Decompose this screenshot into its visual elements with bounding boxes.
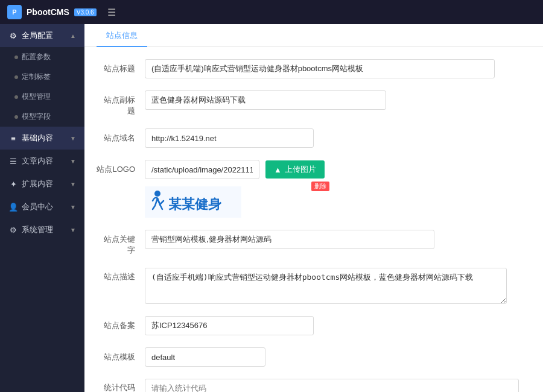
logo-icon: P [7,5,22,19]
form-row-site-subtitle: 站点副标题 [84,84,543,122]
sidebar-item-moxing-ziduan[interactable]: 模型字段 [0,107,84,127]
logo-preview-area: ▲ 上传图片 [145,160,325,218]
sidebar-section-wenzhaneirong: ☰ 文章内容 ▼ [0,150,84,172]
site-subtitle-control [145,90,525,110]
form-area: 站点标题 站点副标题 站点域名 站点LOGO [84,47,543,392]
main-content-area: 站点信息 站点标题 站点副标题 站点域名 [84,24,543,392]
arrow-icon: ▼ [70,204,76,210]
site-keywords-label: 站点关键字 [97,230,145,256]
site-subtitle-input[interactable] [145,90,386,110]
sidebar-section-huiyuan: 👤 会员中心 ▼ [0,195,84,218]
site-template-control [145,347,525,367]
site-domain-control [145,128,525,148]
stat-code-textarea[interactable] [145,379,519,392]
menu-toggle-icon[interactable]: ☰ [107,7,116,18]
logo-area: P PbootCMS V3.0.6 [7,5,97,19]
sidebar-jichuneirong-label: 基础内容 [22,133,53,144]
doc-icon: ☰ [8,157,18,166]
arrow-icon: ▼ [70,181,76,188]
site-desc-textarea[interactable] [145,268,507,304]
sidebar-huiyuan-label: 会员中心 [22,201,53,212]
site-template-input[interactable] [145,347,265,367]
sidebar-item-wenzhaneirong[interactable]: ☰ 文章内容 ▼ [0,150,84,172]
sidebar-section-quanju: ⚙ 全局配置 ▲ 配置参数 定制标签 模型管理 模型字段 [0,24,84,127]
site-logo-path-input[interactable] [145,160,259,179]
sidebar-xitong-label: 系统管理 [22,224,53,235]
sidebar-item-jichuneirong[interactable]: ≡ 基础内容 ▼ [0,127,84,150]
tab-zhanding-xinxi[interactable]: 站点信息 [97,24,147,47]
logo-svg: 某某健身 [147,188,240,217]
sidebar: ⚙ 全局配置 ▲ 配置参数 定制标签 模型管理 模型字段 [0,24,84,392]
site-keywords-input[interactable] [145,230,434,249]
settings-icon: ⚙ [8,226,18,235]
form-row-site-domain: 站点域名 [84,122,543,154]
user-icon: 👤 [8,203,18,212]
sidebar-label-moxing: 模型管理 [22,92,51,102]
sidebar-section-kuozhaneirong: ✦ 扩展内容 ▼ [0,172,84,195]
form-row-site-beian: 站点备案 [84,310,543,341]
form-row-site-template: 站点模板 [84,341,543,373]
upload-image-button[interactable]: ▲ 上传图片 [265,160,325,179]
sidebar-kuozhaneirong-label: 扩展内容 [22,179,53,189]
main-layout: ⚙ 全局配置 ▲ 配置参数 定制标签 模型管理 模型字段 [0,24,543,392]
site-logo-control: ▲ 上传图片 [145,160,525,218]
site-logo-label: 站点LOGO [97,160,145,175]
arrow-icon: ▼ [70,227,76,233]
site-title-input[interactable] [145,59,495,78]
sidebar-item-kuozhaneirong[interactable]: ✦ 扩展内容 ▼ [0,172,84,195]
sidebar-item-xitong[interactable]: ⚙ 系统管理 ▼ [0,218,84,241]
upload-btn-label: 上传图片 [285,164,316,175]
sidebar-item-peizhi-canshu[interactable]: 配置参数 [0,47,84,67]
sidebar-label-zidinbiao: 定制标签 [22,72,51,82]
logo-delete-btn[interactable]: 删除 [311,182,329,191]
site-domain-label: 站点域名 [97,128,145,144]
logo-input-row: ▲ 上传图片 [145,160,325,179]
dot-icon [14,95,18,99]
sidebar-label-peizhi: 配置参数 [22,52,51,62]
site-beian-input[interactable] [145,316,314,335]
arrow-down-icon: ▼ [70,135,76,142]
dot-icon [14,115,18,119]
dot-icon [14,55,18,59]
site-subtitle-label: 站点副标题 [97,90,145,116]
site-beian-control [145,316,525,335]
site-desc-label: 站点描述 [97,268,145,282]
sidebar-item-zidinbiao-qian[interactable]: 定制标签 [0,67,84,87]
logo-preview: 某某健身 删除 [145,186,325,218]
sidebar-wenzhaneirong-label: 文章内容 [22,156,53,166]
upload-icon: ▲ [274,165,282,174]
arrow-icon: ▼ [70,158,76,165]
sidebar-quanju-label: 全局配置 [22,30,53,41]
dot-icon [14,75,18,79]
site-keywords-control [145,230,525,249]
stat-code-label: 统计代码 [97,379,145,392]
site-title-label: 站点标题 [97,59,145,74]
site-template-label: 站点模板 [97,347,145,362]
sidebar-item-huiyuan[interactable]: 👤 会员中心 ▼ [0,195,84,218]
app-title: PbootCMS [27,7,69,17]
logo-image: 某某健身 [145,186,241,218]
form-row-site-desc: 站点描述 [84,262,543,310]
form-row-site-logo: 站点LOGO ▲ 上传图片 [84,154,543,224]
site-domain-input[interactable] [145,128,314,148]
tab-bar: 站点信息 [84,24,543,47]
sidebar-section-jichuneirong: ≡ 基础内容 ▼ [0,127,84,150]
sidebar-item-moxing-guanli[interactable]: 模型管理 [0,87,84,107]
gear-icon: ⚙ [8,31,18,40]
sidebar-item-quanju[interactable]: ⚙ 全局配置 ▲ [0,24,84,47]
app-version: V3.0.6 [74,8,97,16]
sidebar-label-ziduan: 模型字段 [22,112,51,122]
form-row-stat-code: 统计代码 https://www.huzhan.com/ishop34101 [84,373,543,392]
svg-point-0 [154,191,160,197]
site-desc-control [145,268,525,304]
site-beian-label: 站点备案 [97,316,145,331]
form-row-site-keywords: 站点关键字 [84,224,543,262]
svg-text:某某健身: 某某健身 [168,197,222,212]
arrow-up-icon: ▲ [70,33,76,39]
list-icon: ≡ [8,134,18,143]
top-bar: P PbootCMS V3.0.6 ☰ [0,0,543,24]
form-row-site-title: 站点标题 [84,53,543,84]
site-title-control [145,59,525,78]
sidebar-section-xitong: ⚙ 系统管理 ▼ [0,218,84,241]
stat-code-control: https://www.huzhan.com/ishop34101 [145,379,525,392]
